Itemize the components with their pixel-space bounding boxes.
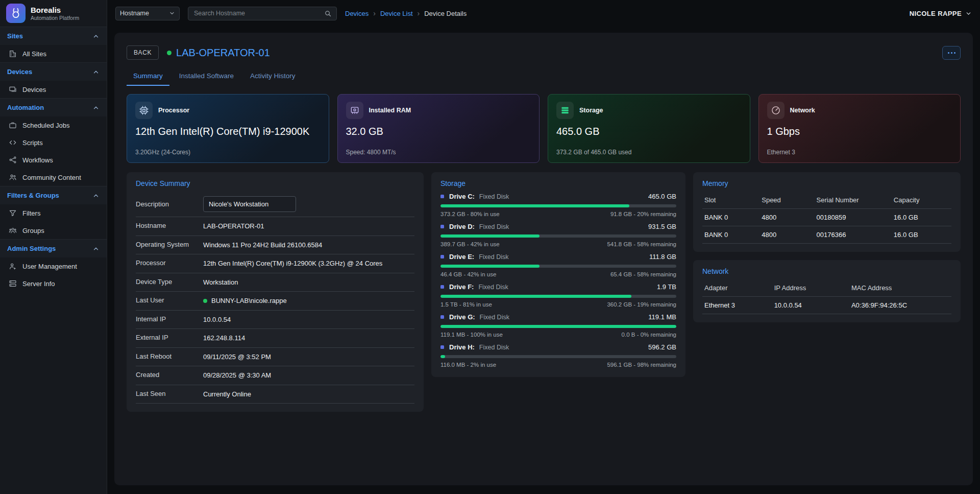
drive-bullet-icon bbox=[440, 345, 444, 349]
sidebar-item-community-content[interactable]: Community Content bbox=[0, 169, 107, 186]
sidebar-item-groups[interactable]: Groups bbox=[0, 222, 107, 239]
summary-row-internal-ip: Internal IP 10.0.0.54 bbox=[136, 311, 414, 330]
drive-type: Fixed Disk bbox=[479, 344, 509, 351]
summary-row-description: Description bbox=[136, 193, 414, 217]
panel-title: Storage bbox=[440, 179, 676, 187]
sidebar-item-server-info[interactable]: Server Info bbox=[0, 275, 107, 292]
drive-used: 119.1 MB - 100% in use bbox=[440, 332, 503, 338]
more-actions-button[interactable] bbox=[942, 46, 961, 60]
row-value: Currently Online bbox=[203, 389, 251, 399]
drive-used: 116.0 MB - 2% in use bbox=[440, 362, 496, 368]
drive-size: 1.9 TB bbox=[657, 283, 676, 291]
sidebar-item-scheduled-jobs[interactable]: Scheduled Jobs bbox=[0, 116, 107, 134]
drive-size: 465.0 GB bbox=[648, 193, 676, 200]
row-label: Last User bbox=[136, 296, 203, 305]
breadcrumb-separator: › bbox=[373, 9, 376, 17]
tab-installed-software[interactable]: Installed Software bbox=[173, 68, 240, 86]
stat-title: Installed RAM bbox=[369, 107, 411, 114]
sidebar-section-filters-groups[interactable]: Filters & Groups bbox=[0, 186, 107, 204]
panels-row: Device Summary Description Hostname LAB-… bbox=[124, 172, 964, 412]
summary-row-last-reboot: Last Reboot 09/11/2025 @ 3:52 PM bbox=[136, 348, 414, 367]
drive-row-g: Drive G: Fixed Disk 119.1 MB 119.1 MB - … bbox=[440, 313, 676, 338]
content-area: BACK LAB-OPERATOR-01 Summary Installed S… bbox=[107, 27, 980, 494]
stat-card-network: Network 1 Gbps Ethernet 3 bbox=[758, 94, 961, 163]
user-name: NICOLE RAPPE bbox=[910, 10, 962, 17]
column-header: MAC Address bbox=[849, 280, 951, 297]
sidebar-item-scripts[interactable]: Scripts bbox=[0, 134, 107, 151]
drive-type: Fixed Disk bbox=[478, 284, 508, 291]
memory-table: Slot Speed Serial Number Capacity BANK 0 bbox=[702, 193, 951, 244]
drive-name: Drive G: bbox=[449, 313, 475, 321]
brand-subtitle: Automation Platform bbox=[31, 15, 79, 21]
user-menu[interactable]: NICOLE RAPPE bbox=[910, 10, 972, 17]
cell-speed: 4800 bbox=[760, 226, 814, 244]
drive-remaining: 360.2 GB - 19% remaining bbox=[607, 301, 676, 308]
tab-activity-history[interactable]: Activity History bbox=[243, 68, 302, 86]
sidebar-item-all-sites[interactable]: All Sites bbox=[0, 45, 107, 62]
drive-bullet-icon bbox=[440, 285, 444, 289]
description-input[interactable] bbox=[203, 196, 296, 212]
user-gear-icon bbox=[8, 262, 17, 270]
column-header: IP Address bbox=[772, 280, 849, 297]
sidebar-item-label: Server Info bbox=[22, 280, 55, 288]
drive-usage-bar bbox=[440, 355, 676, 358]
row-label: Hostname bbox=[136, 221, 203, 230]
stat-cards: Processor 12th Gen Intel(R) Core(TM) i9-… bbox=[124, 94, 964, 163]
sidebar-section-sites[interactable]: Sites bbox=[0, 27, 107, 45]
funnel-icon bbox=[8, 209, 17, 217]
drive-row-d: Drive D: Fixed Disk 931.5 GB 389.7 GB - … bbox=[440, 223, 676, 247]
row-value: 09/28/2025 @ 3:30 AM bbox=[203, 370, 271, 381]
sidebar-section-devices[interactable]: Devices bbox=[0, 62, 107, 81]
stat-card-ram: Installed RAM 32.0 GB Speed: 4800 MT/s bbox=[337, 94, 540, 163]
right-column: Memory Slot Speed Serial Number Capacity bbox=[693, 172, 961, 322]
sidebar-item-devices[interactable]: Devices bbox=[0, 81, 107, 98]
cell-capacity: 16.0 GB bbox=[892, 226, 951, 244]
row-label: Device Type bbox=[136, 277, 203, 287]
drive-bullet-icon bbox=[440, 225, 444, 228]
breadcrumb-devices[interactable]: Devices bbox=[345, 10, 369, 17]
sidebar-item-filters[interactable]: Filters bbox=[0, 204, 107, 222]
search-input[interactable] bbox=[193, 9, 324, 17]
row-label: Processor bbox=[136, 258, 203, 268]
sidebar-item-user-management[interactable]: User Management bbox=[0, 257, 107, 275]
stat-card-storage: Storage 465.0 GB 373.2 GB of 465.0 GB us… bbox=[548, 94, 750, 163]
drive-type: Fixed Disk bbox=[479, 193, 509, 200]
device-title: LAB-OPERATOR-01 bbox=[167, 47, 270, 59]
cell-slot: BANK 0 bbox=[702, 209, 760, 226]
cell-ip-address: 10.0.0.54 bbox=[772, 297, 849, 314]
stat-value: 465.0 GB bbox=[556, 126, 742, 137]
table-row: Ethernet 3 10.0.0.54 A0:36:9F:94:26:5C bbox=[702, 297, 951, 314]
stat-title: Processor bbox=[158, 107, 189, 114]
cell-speed: 4800 bbox=[760, 209, 814, 226]
drive-name: Drive H: bbox=[449, 343, 475, 351]
summary-row-created: Created 09/28/2025 @ 3:30 AM bbox=[136, 366, 414, 385]
summary-row-processor: Processor 12th Gen Intel(R) Core(TM) i9-… bbox=[136, 254, 414, 273]
chevron-up-icon bbox=[92, 68, 100, 76]
search-box bbox=[188, 7, 337, 20]
panel-title: Memory bbox=[702, 179, 951, 187]
back-button[interactable]: BACK bbox=[127, 45, 159, 60]
section-label: Automation bbox=[7, 104, 44, 111]
stat-value: 32.0 GB bbox=[346, 126, 531, 137]
tab-summary[interactable]: Summary bbox=[127, 68, 169, 86]
breadcrumb: Devices › Device List › Device Details bbox=[345, 9, 467, 17]
cell-serial: 00180859 bbox=[815, 209, 892, 226]
row-value: 12th Gen Intel(R) Core(TM) i9-12900K (3.… bbox=[203, 258, 382, 269]
row-value: 10.0.0.54 bbox=[203, 315, 231, 325]
sidebar-nav: Sites All Sites Devices Devices Automati… bbox=[0, 27, 107, 292]
server-icon bbox=[8, 279, 17, 288]
sidebar-section-automation[interactable]: Automation bbox=[0, 98, 107, 116]
online-status-dot bbox=[203, 299, 207, 303]
cell-capacity: 16.0 GB bbox=[892, 209, 951, 226]
drive-used: 389.7 GB - 42% in use bbox=[440, 241, 500, 247]
column-header: Adapter bbox=[702, 280, 772, 297]
sidebar-section-admin-settings[interactable]: Admin Settings bbox=[0, 239, 107, 257]
row-label: Operating System bbox=[136, 240, 203, 249]
row-label: Created bbox=[136, 370, 203, 380]
search-icon[interactable] bbox=[324, 10, 332, 17]
online-status-dot bbox=[167, 51, 172, 55]
sidebar-item-workflows[interactable]: Workflows bbox=[0, 151, 107, 169]
stat-title: Network bbox=[790, 107, 815, 114]
breadcrumb-device-list[interactable]: Device List bbox=[380, 10, 413, 17]
hostname-filter-select[interactable]: Hostname bbox=[115, 7, 180, 20]
